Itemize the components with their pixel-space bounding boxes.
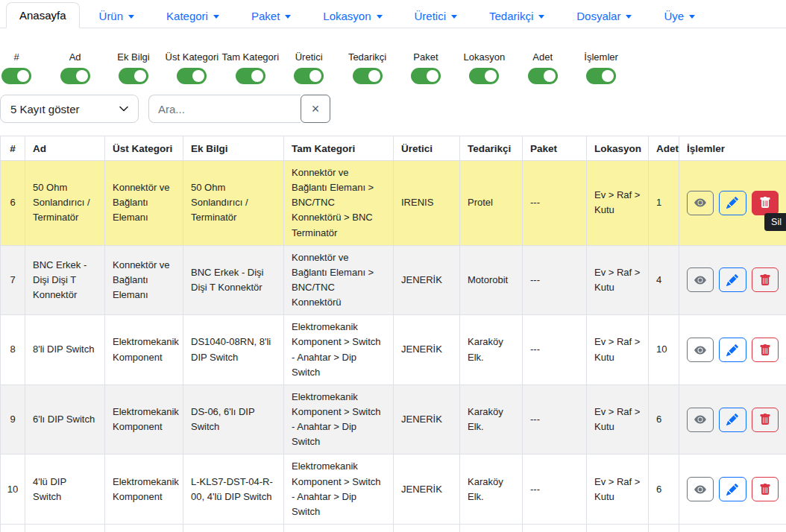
trash-icon bbox=[759, 344, 771, 356]
row-actions bbox=[687, 191, 779, 215]
column-header: Ad bbox=[25, 136, 105, 161]
cell-ad: 50 Ohm Sonlandırıcı / Terminatör bbox=[25, 161, 105, 246]
footer-hash: # bbox=[1, 524, 25, 532]
pencil-icon bbox=[726, 484, 738, 495]
cell-row-number: 10 bbox=[1, 455, 25, 525]
toggle-switch-on[interactable] bbox=[586, 68, 616, 84]
chevron-down-icon bbox=[626, 15, 632, 19]
chevron-down-icon bbox=[285, 15, 291, 19]
nav-tab[interactable]: Paket bbox=[239, 4, 304, 28]
cell-tam-kategori: Elektromekanik Komponent > Switch - Anah… bbox=[284, 315, 394, 385]
toggle-switch-on[interactable] bbox=[411, 68, 441, 84]
toggle-switch-on[interactable] bbox=[60, 68, 90, 84]
cell-ad: 4'lü DIP Switch bbox=[25, 455, 105, 525]
cell-adet: 10 bbox=[649, 315, 679, 385]
column-toggle: Ek Bilgi bbox=[104, 51, 163, 84]
cell-ek-bilgi: DS1040-08RN, 8'li DIP Switch bbox=[183, 315, 284, 385]
table-controls: 5 Kayıt göster × bbox=[0, 95, 786, 123]
cell-tedarikci: Karaköy Elk. bbox=[460, 455, 523, 525]
edit-button[interactable] bbox=[719, 267, 746, 292]
cell-islemler bbox=[679, 455, 786, 525]
top-nav: Anasayfa Ürün Kategori Paket Lokasyon Ür… bbox=[0, 0, 786, 28]
cell-tedarikci: Karaköy Elk. bbox=[460, 315, 523, 385]
nav-tab[interactable]: Kategori bbox=[154, 4, 232, 28]
delete-tooltip: Sil bbox=[764, 213, 786, 231]
row-actions bbox=[687, 408, 779, 432]
cell-tedarikci: Motorobit bbox=[460, 245, 523, 315]
nav-tab[interactable]: Üye bbox=[651, 4, 708, 28]
cell-paket: --- bbox=[523, 315, 587, 385]
cell-row-number: 7 bbox=[1, 245, 25, 315]
delete-button[interactable] bbox=[752, 408, 779, 432]
column-header: Üst Kategori bbox=[105, 136, 183, 161]
column-toggle-label: Ek Bilgi bbox=[117, 51, 149, 63]
inventory-table: # Ad Üst Kategori Ek Bilgi Tam Kategori … bbox=[0, 136, 786, 532]
column-toggle-label: Tedarikçi bbox=[348, 51, 386, 63]
nav-tab-label: Paket bbox=[251, 10, 280, 22]
page-size-select[interactable]: 5 Kayıt göster bbox=[0, 95, 139, 123]
delete-button[interactable] bbox=[752, 267, 779, 292]
nav-tab[interactable]: Üretici bbox=[402, 4, 471, 28]
toggle-switch-on[interactable] bbox=[469, 68, 499, 84]
toggle-switch-on[interactable] bbox=[294, 68, 324, 84]
table-row: 10 4'lü DIP Switch Elektromekanik Kompon… bbox=[1, 455, 786, 525]
delete-button[interactable] bbox=[752, 338, 779, 362]
cell-adet: 6 bbox=[649, 384, 679, 455]
view-button[interactable] bbox=[687, 267, 714, 292]
delete-button[interactable] bbox=[752, 477, 779, 501]
table-row: 8 8'li DIP Switch Elektromekanik Kompone… bbox=[1, 315, 786, 385]
delete-button[interactable] bbox=[752, 191, 779, 215]
nav-tab-label: Kategori bbox=[166, 10, 208, 22]
column-toggle-label: Ad bbox=[69, 51, 81, 63]
nav-tab-label: Üye bbox=[664, 10, 684, 22]
column-header: Adet bbox=[649, 136, 679, 161]
toggle-switch-on[interactable] bbox=[119, 68, 148, 84]
view-button[interactable] bbox=[687, 338, 714, 362]
cell-paket: --- bbox=[523, 245, 587, 315]
edit-button[interactable] bbox=[719, 191, 746, 215]
edit-button[interactable] bbox=[719, 408, 746, 432]
view-button[interactable] bbox=[687, 477, 714, 501]
pencil-icon bbox=[726, 344, 738, 356]
column-toggle: Üretici bbox=[280, 51, 338, 84]
column-toggle: Üst Kategori bbox=[163, 51, 221, 84]
cell-islemler bbox=[679, 384, 786, 455]
row-actions bbox=[687, 267, 779, 292]
cell-paket: --- bbox=[523, 161, 587, 246]
column-header: Tam Kategori bbox=[284, 136, 394, 161]
nav-tab[interactable]: Anasayfa bbox=[6, 2, 80, 28]
cell-tam-kategori: Konnektör ve Bağlantı Elemanı > BNC/TNC … bbox=[284, 245, 394, 315]
search-input[interactable] bbox=[148, 95, 301, 123]
row-actions bbox=[687, 477, 779, 501]
nav-tab-label: Dosyalar bbox=[576, 10, 620, 22]
cell-ad: 8'li DIP Switch bbox=[25, 315, 105, 385]
nav-tab[interactable]: Dosyalar bbox=[564, 4, 644, 28]
cell-uretici: JENERİK bbox=[394, 315, 460, 385]
column-toggle: İşlemler bbox=[572, 51, 630, 84]
toggle-switch-on[interactable] bbox=[177, 68, 207, 84]
cell-adet: 1 bbox=[649, 161, 679, 246]
nav-tab[interactable]: Tedarikçi bbox=[477, 4, 557, 28]
chevron-down-icon bbox=[377, 15, 383, 19]
view-button[interactable] bbox=[687, 408, 714, 432]
toggle-switch-on[interactable] bbox=[353, 68, 383, 84]
column-header: # bbox=[1, 136, 25, 161]
toggle-switch-on[interactable] bbox=[236, 68, 265, 84]
pencil-icon bbox=[726, 414, 738, 425]
view-button[interactable] bbox=[687, 191, 714, 215]
cell-paket: --- bbox=[523, 455, 587, 525]
toggle-switch-on[interactable] bbox=[528, 68, 558, 84]
nav-tab[interactable]: Ürün bbox=[87, 4, 148, 28]
toggle-switch-on[interactable] bbox=[1, 68, 31, 84]
column-toggle: Paket bbox=[397, 51, 455, 84]
cell-ek-bilgi: BNC Erkek - Dişi Dişi T Konnektör bbox=[183, 245, 284, 315]
trash-icon bbox=[759, 484, 771, 495]
cell-tedarikci: Protel bbox=[460, 161, 523, 246]
nav-tab[interactable]: Lokasyon bbox=[310, 4, 394, 28]
cell-lokasyon: Ev > Raf > Kutu bbox=[587, 455, 649, 525]
edit-button[interactable] bbox=[719, 477, 746, 501]
clear-search-button[interactable]: × bbox=[301, 95, 330, 123]
edit-button[interactable] bbox=[719, 338, 746, 362]
table-header-row: # Ad Üst Kategori Ek Bilgi Tam Kategori … bbox=[1, 136, 786, 161]
chevron-down-icon bbox=[451, 15, 457, 19]
